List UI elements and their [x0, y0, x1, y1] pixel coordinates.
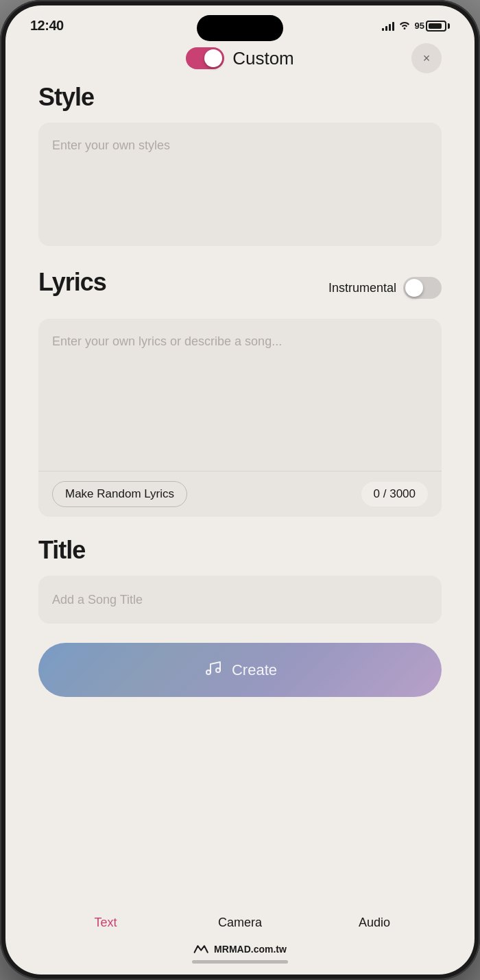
create-button[interactable]: Create	[38, 643, 442, 697]
phone-frame: 12:40 95	[0, 0, 480, 980]
title-input-box[interactable]: Add a Song Title	[38, 576, 442, 624]
instrumental-toggle[interactable]	[403, 277, 442, 299]
instrumental-label: Instrumental	[328, 281, 396, 295]
title-placeholder: Add a Song Title	[52, 593, 143, 607]
lyrics-footer: Make Random Lyrics 0 / 3000	[38, 471, 442, 517]
header-row: Custom ×	[38, 39, 442, 83]
title-heading: Title	[38, 536, 442, 565]
battery-icon: 95	[415, 21, 450, 32]
music-note-icon	[203, 658, 222, 682]
toggle-custom-group: Custom	[186, 47, 294, 69]
bottom-nav: Text Camera Audio	[5, 905, 475, 944]
phone-screen: 12:40 95	[5, 5, 475, 975]
style-title: Style	[38, 83, 442, 112]
svg-point-0	[206, 670, 211, 674]
dynamic-island	[197, 15, 283, 41]
make-random-button[interactable]: Make Random Lyrics	[52, 481, 187, 507]
watermark-logo	[193, 944, 210, 955]
custom-label: Custom	[232, 48, 294, 69]
char-count: 0 / 3000	[361, 482, 428, 506]
battery-text: 95	[415, 21, 424, 31]
lyrics-header: Lyrics Instrumental	[38, 268, 442, 308]
nav-camera[interactable]: Camera	[173, 910, 307, 935]
signal-icon	[382, 21, 394, 31]
style-placeholder: Enter your own styles	[52, 138, 170, 152]
lyrics-box[interactable]: Enter your own lyrics or describe a song…	[38, 319, 442, 517]
close-button[interactable]: ×	[411, 43, 442, 73]
status-bar: 12:40 95	[5, 5, 475, 39]
lyrics-placeholder: Enter your own lyrics or describe a song…	[52, 334, 282, 348]
watermark: MRMAD.com.tw	[5, 944, 475, 957]
status-icons: 95	[382, 20, 450, 32]
home-indicator	[192, 960, 288, 964]
content-area[interactable]: Custom × Style Enter your own styles Lyr…	[5, 39, 475, 905]
style-input-box[interactable]: Enter your own styles	[38, 123, 442, 246]
status-time: 12:40	[30, 18, 64, 34]
svg-point-1	[216, 668, 220, 672]
nav-audio[interactable]: Audio	[307, 910, 442, 935]
nav-text[interactable]: Text	[38, 910, 173, 935]
custom-toggle[interactable]	[186, 47, 224, 69]
create-label: Create	[232, 661, 277, 679]
style-section: Style Enter your own styles	[38, 83, 442, 246]
close-icon: ×	[423, 51, 431, 66]
instrumental-group: Instrumental	[328, 277, 442, 299]
wifi-icon	[398, 20, 411, 32]
lyrics-title: Lyrics	[38, 268, 106, 297]
lyrics-section: Lyrics Instrumental Enter your own lyric…	[38, 268, 442, 517]
title-section: Title Add a Song Title	[38, 536, 442, 624]
